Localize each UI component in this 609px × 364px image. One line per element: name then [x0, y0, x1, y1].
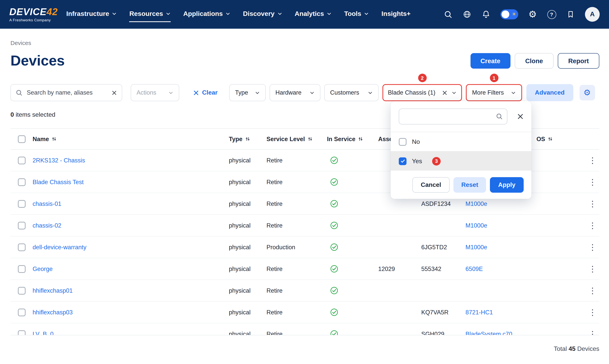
table-row: George physical Retire 12029 555342 6509…: [11, 258, 599, 280]
filter-bar: Actions Clear Type Hardware Customers 2: [11, 84, 599, 101]
device-name-link[interactable]: Blade Chassis Test: [33, 179, 84, 185]
hardware-link[interactable]: BladeSystem c70: [465, 330, 512, 335]
filter-option-yes[interactable]: Yes 3: [391, 151, 531, 170]
apply-button[interactable]: Apply: [490, 177, 524, 193]
device-search-box: [11, 84, 122, 101]
search-icon: [15, 89, 23, 96]
device-name-link[interactable]: chassis-02: [33, 222, 61, 229]
sort-icon[interactable]: [308, 136, 313, 142]
clear-search-icon[interactable]: [111, 90, 117, 96]
close-icon[interactable]: [517, 113, 524, 120]
theme-toggle[interactable]: ☀: [500, 9, 518, 19]
column-header-name[interactable]: Name: [33, 135, 229, 143]
service-level-cell: Retire: [266, 265, 327, 272]
kebab-menu-icon[interactable]: ⋮: [586, 221, 599, 230]
device-name-link[interactable]: hhiflexchasp01: [33, 287, 73, 294]
hardware-link[interactable]: M1000e: [465, 200, 487, 207]
in-service-check-icon: [330, 243, 338, 251]
service-level-cell: Retire: [266, 179, 327, 185]
nav-item-discovery[interactable]: Discovery: [243, 7, 282, 22]
chevron-down-icon: [166, 11, 171, 16]
chevron-down-icon: [327, 11, 332, 16]
hardware-link[interactable]: M1000e: [465, 244, 487, 250]
search-input[interactable]: [26, 89, 108, 97]
sort-icon[interactable]: [358, 136, 363, 142]
kebab-menu-icon[interactable]: ⋮: [586, 156, 599, 165]
reset-button[interactable]: Reset: [453, 177, 486, 193]
option-label: No: [412, 138, 420, 145]
customers-filter-dropdown[interactable]: Customers: [324, 84, 379, 101]
report-button[interactable]: Report: [558, 53, 599, 69]
kebab-menu-icon[interactable]: ⋮: [586, 199, 599, 208]
checkbox-checked[interactable]: [399, 157, 407, 165]
device-name-link[interactable]: dell-device-warranty: [33, 244, 86, 250]
actions-dropdown[interactable]: Actions: [131, 84, 179, 101]
hardware-filter-label: Hardware: [275, 89, 301, 96]
sort-icon[interactable]: [245, 136, 250, 142]
device-name-link[interactable]: 2RKS132 - Chassis: [33, 157, 85, 163]
clear-filters-button[interactable]: Clear: [193, 89, 218, 96]
row-checkbox[interactable]: [18, 221, 26, 229]
row-checkbox[interactable]: [18, 330, 26, 335]
kebab-menu-icon[interactable]: ⋮: [586, 177, 599, 187]
hardware-link[interactable]: M1000e: [465, 222, 487, 229]
row-checkbox[interactable]: [18, 308, 26, 316]
kebab-menu-icon[interactable]: ⋮: [586, 243, 599, 252]
clone-button[interactable]: Clone: [515, 53, 554, 69]
hardware-link[interactable]: 6509E: [465, 265, 483, 272]
in-service-check-icon: [330, 178, 338, 186]
nav-item-analytics[interactable]: Analytics: [295, 7, 332, 22]
notifications-bell-icon[interactable]: [481, 10, 491, 19]
settings-gear-icon[interactable]: ⚙: [528, 10, 537, 19]
column-header-in-service[interactable]: In Service: [327, 135, 374, 143]
kebab-menu-icon[interactable]: ⋮: [586, 264, 599, 273]
device-name-link[interactable]: hhiflexchasp03: [33, 309, 73, 315]
column-header-os[interactable]: OS: [536, 135, 586, 143]
blade-chassis-filter-dropdown[interactable]: 2 Blade Chassis (1): [383, 84, 462, 101]
more-filters-dropdown[interactable]: 1 More Filters: [466, 84, 522, 101]
filter-option-no[interactable]: No: [391, 132, 531, 151]
row-checkbox[interactable]: [18, 178, 26, 186]
device-name-link[interactable]: chassis-01: [33, 200, 61, 207]
user-avatar[interactable]: A: [585, 7, 600, 22]
advanced-button[interactable]: Advanced: [526, 84, 573, 101]
breadcrumb[interactable]: Devices: [11, 39, 31, 46]
kebab-menu-icon[interactable]: ⋮: [586, 329, 599, 335]
table-settings-gear-icon[interactable]: ⚙: [579, 85, 595, 100]
nav-item-infrastructure[interactable]: Infrastructure: [66, 7, 117, 22]
hardware-link[interactable]: 8721-HC1: [465, 309, 493, 315]
nav-item-insights[interactable]: Insights+: [382, 7, 410, 22]
row-checkbox[interactable]: [18, 243, 26, 251]
search-icon[interactable]: [443, 10, 453, 19]
globe-icon[interactable]: [462, 10, 472, 19]
row-checkbox[interactable]: [18, 156, 26, 164]
type-filter-dropdown[interactable]: Type: [229, 84, 266, 101]
help-icon[interactable]: ?: [547, 10, 556, 19]
row-checkbox[interactable]: [18, 287, 26, 294]
nav-item-applications[interactable]: Applications: [183, 7, 231, 22]
remove-filter-icon[interactable]: [442, 90, 448, 96]
sort-icon[interactable]: [52, 136, 57, 142]
nav-item-resources[interactable]: Resources: [129, 7, 171, 22]
device-name-link[interactable]: George: [33, 265, 53, 272]
kebab-menu-icon[interactable]: ⋮: [586, 308, 599, 317]
actions-label: Actions: [136, 89, 156, 96]
hardware-filter-dropdown[interactable]: Hardware: [270, 84, 320, 101]
row-checkbox[interactable]: [18, 200, 26, 208]
column-header-service-level[interactable]: Service Level: [266, 135, 327, 143]
kebab-menu-icon[interactable]: ⋮: [586, 286, 599, 295]
create-button[interactable]: Create: [470, 53, 510, 69]
device42-logo[interactable]: DEVICE42 A Freshworks Company: [9, 7, 58, 22]
checkbox-unchecked[interactable]: [399, 138, 407, 145]
column-header-type[interactable]: Type: [229, 135, 266, 143]
select-all-checkbox[interactable]: [18, 135, 26, 143]
cancel-button[interactable]: Cancel: [412, 177, 450, 193]
device-name-link[interactable]: LV_B_0: [33, 330, 53, 335]
nav-item-tools[interactable]: Tools: [344, 7, 369, 22]
row-checkbox[interactable]: [18, 265, 26, 273]
sort-icon[interactable]: [548, 136, 553, 142]
in-service-check-icon: [330, 286, 338, 295]
filter-search-input[interactable]: [399, 109, 507, 124]
service-level-cell: Retire: [266, 222, 327, 229]
bookmark-icon[interactable]: [566, 10, 575, 19]
